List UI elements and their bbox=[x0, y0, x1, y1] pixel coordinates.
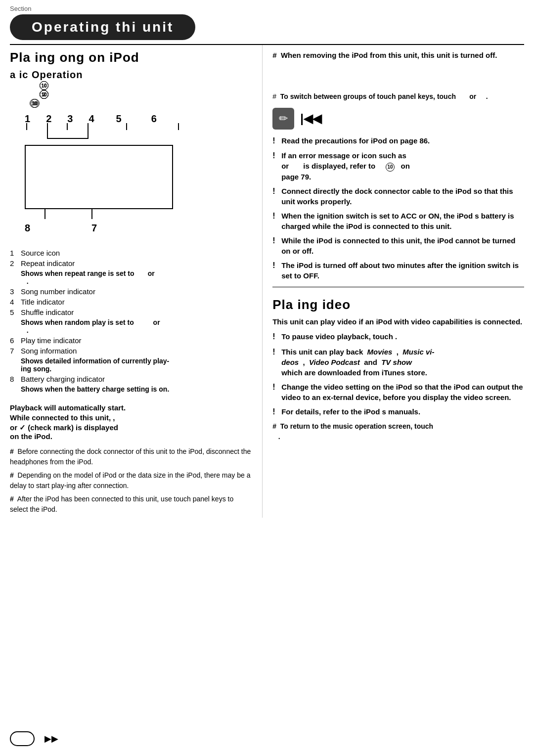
excl-mark-v1: ! bbox=[272, 331, 281, 342]
pencil-icon: ✏ bbox=[272, 108, 294, 130]
items-list: 1 Source icon 2 Repeat indicator Shows w… bbox=[10, 249, 252, 393]
list-item: 6 Play time indicator bbox=[10, 336, 252, 345]
header-title-box: Operating thi unit bbox=[10, 14, 195, 40]
item-sub-8: Shows when the battery charge setting is… bbox=[21, 385, 252, 393]
touch-note: # To switch between groups of touch pane… bbox=[272, 91, 524, 102]
item-num-4: 4 bbox=[10, 298, 21, 306]
diag-num-5: 5 bbox=[116, 113, 122, 125]
item-label-1: Source icon bbox=[21, 249, 60, 257]
excl-item-4: ! When the ignition switch is set to ACC… bbox=[272, 211, 524, 231]
item-label-2: Repeat indicator bbox=[21, 259, 75, 267]
tick-4 bbox=[88, 123, 89, 138]
sub-title: a ic Operation bbox=[10, 69, 252, 81]
header-title: Operating thi unit bbox=[32, 19, 174, 35]
item-label-8: Battery charging indicator bbox=[21, 375, 105, 383]
icon-row: ✏ |◀◀ bbox=[272, 108, 524, 130]
excl-mark-6: ! bbox=[272, 260, 281, 271]
list-item: 1 Source icon bbox=[10, 249, 252, 257]
item-num-7: 7 bbox=[10, 347, 21, 355]
excl-mark-5: ! bbox=[272, 235, 281, 246]
bottom-nav: ▶▶ bbox=[10, 731, 58, 746]
main-title: Pla ing ong on iPod bbox=[10, 50, 252, 65]
excl-mark-3: ! bbox=[272, 186, 281, 197]
skip-back-icon: |◀◀ bbox=[300, 112, 321, 126]
item-num-2: 2 bbox=[10, 259, 21, 267]
excl-item-1: ! Read the precautions for iPod on page … bbox=[272, 135, 524, 146]
return-note: # To return to the music operation scree… bbox=[272, 421, 524, 442]
separator bbox=[272, 287, 524, 287]
section-label: Section bbox=[10, 5, 31, 12]
video-title: Pla ing ideo bbox=[272, 297, 524, 312]
item-num-3: 3 bbox=[10, 287, 21, 296]
nav-oval[interactable] bbox=[10, 731, 35, 746]
tick-3 bbox=[67, 123, 68, 130]
excl-mark-1: ! bbox=[272, 135, 281, 146]
diag-num-1: 1 bbox=[25, 113, 30, 125]
excl-mark-4: ! bbox=[272, 211, 281, 222]
item-num-8: 8 bbox=[10, 375, 21, 383]
item-num-1: 1 bbox=[10, 249, 21, 257]
excl-item-2: ! If an error message or icon such as or… bbox=[272, 150, 524, 182]
video-items-list: ! To pause video playback, touch . ! Thi… bbox=[272, 331, 524, 417]
excl-mark-2: ! bbox=[272, 150, 281, 161]
video-item-4: ! For details, refer to the iPod s manua… bbox=[272, 406, 524, 417]
tick-8 bbox=[44, 209, 45, 219]
playback-note: Playback will automatically start. bbox=[10, 403, 252, 412]
display-box bbox=[25, 145, 173, 209]
video-intro: This unit can play video if an iPod with… bbox=[272, 316, 524, 328]
tick-1 bbox=[26, 123, 27, 130]
excl-item-3: ! Connect directly the dock connector ca… bbox=[272, 186, 524, 207]
excl-mark-v4: ! bbox=[272, 406, 281, 417]
list-item: 4 Title indicator bbox=[10, 298, 252, 306]
list-item: 3 Song number indicator bbox=[10, 287, 252, 296]
diag-num-4: 4 bbox=[89, 113, 94, 125]
item-label-5: Shuffle indicator bbox=[21, 308, 74, 316]
diagram: 10 10 10 10 2 10 10 1 2 3 4 bbox=[10, 86, 237, 244]
excl-items-list: ! Read the precautions for iPod on page … bbox=[272, 135, 524, 281]
hash-note-2: # Depending on the model of iPod or the … bbox=[10, 470, 252, 491]
tick-7 bbox=[91, 209, 92, 219]
item-num-5: 5 bbox=[10, 308, 21, 316]
diag-circle-2: 2 bbox=[40, 90, 48, 99]
nav-arrow[interactable]: ▶▶ bbox=[44, 733, 58, 744]
list-item: 8 Battery charging indicator bbox=[10, 375, 252, 383]
video-item-2: ! This unit can play back Movies , Music… bbox=[272, 347, 524, 378]
diag-circle-10f: 10 bbox=[31, 99, 40, 108]
diag-num-3: 3 bbox=[67, 113, 73, 125]
bracket-left bbox=[47, 130, 48, 138]
item-sub-2: Shows when repeat range is set to or . bbox=[21, 269, 252, 285]
diag-num-6: 6 bbox=[151, 113, 157, 125]
excl-item-5: ! While the iPod is connected to this un… bbox=[272, 235, 524, 256]
item-num-6: 6 bbox=[10, 336, 21, 345]
diag-num-7: 7 bbox=[91, 222, 97, 234]
hash-note-1: # Before connecting the dock connector o… bbox=[10, 446, 252, 467]
item-label-4: Title indicator bbox=[21, 298, 65, 306]
item-sub-7: Shows detailed information of currently … bbox=[21, 357, 252, 373]
excl-mark-v3: ! bbox=[272, 382, 281, 393]
diag-num-8: 8 bbox=[25, 222, 30, 234]
video-item-1: ! To pause video playback, touch . bbox=[272, 331, 524, 342]
list-item: 2 Repeat indicator bbox=[10, 259, 252, 267]
connected-note: While connected to this unit, , bbox=[10, 413, 252, 422]
video-item-3: ! Change the video setting on the iPod s… bbox=[272, 382, 524, 402]
checkmark-note: or ✓ (check mark) is displayedon the iPo… bbox=[10, 423, 252, 441]
diag-circle-10b: 10 bbox=[40, 81, 48, 90]
hash-note-3: # After the iPod has been connected to t… bbox=[10, 494, 252, 515]
item-label-3: Song number indicator bbox=[21, 287, 95, 296]
item-sub-5: Shows when random play is set to or . bbox=[21, 318, 252, 334]
top-note: # When removing the iPod from this unit,… bbox=[272, 50, 524, 61]
list-item: 5 Shuffle indicator bbox=[10, 308, 252, 316]
list-item: 7 Song information bbox=[10, 347, 252, 355]
excl-item-6: ! The iPod is turned off about two minut… bbox=[272, 260, 524, 281]
tick-6 bbox=[178, 123, 179, 130]
item-label-6: Play time indicator bbox=[21, 336, 82, 345]
bracket-top bbox=[47, 138, 89, 139]
tick-5 bbox=[126, 123, 127, 130]
pencil-symbol: ✏ bbox=[279, 112, 288, 125]
excl-mark-v2: ! bbox=[272, 347, 281, 357]
item-label-7: Song information bbox=[21, 347, 77, 355]
